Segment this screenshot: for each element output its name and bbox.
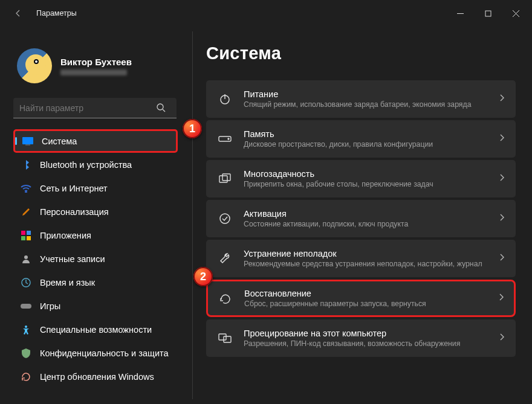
game-icon — [21, 301, 31, 312]
nav-label: Bluetooth и устройства — [40, 160, 132, 170]
nav-label: Игры — [40, 301, 60, 311]
nav-item-network[interactable]: Сеть и Интернет — [13, 176, 178, 200]
search-box[interactable] — [13, 98, 185, 118]
nav-label: Конфиденциальность и защита — [40, 348, 169, 358]
nav-item-time-language[interactable]: Время и язык — [13, 271, 178, 294]
chevron-right-icon — [499, 173, 505, 184]
profile-email-redacted — [60, 69, 127, 75]
sidebar: Виктор Бухтеев Система Bluetooth и устро… — [0, 27, 192, 404]
chevron-right-icon — [499, 94, 505, 104]
nav-item-apps[interactable]: Приложения — [13, 223, 178, 247]
window-title: Параметры — [36, 9, 77, 18]
svg-rect-1 — [485, 11, 491, 16]
window-controls — [446, 4, 530, 23]
titlebar: Параметры — [0, 0, 532, 27]
profile-name: Виктор Бухтеев — [60, 57, 132, 67]
card-troubleshoot[interactable]: Устранение неполадок Рекомендуемые средс… — [206, 240, 516, 277]
card-projecting[interactable]: Проецирование на этот компьютер Разрешен… — [206, 319, 516, 357]
maximize-icon — [485, 10, 491, 17]
wifi-icon — [21, 183, 31, 194]
nav-item-gaming[interactable]: Игры — [13, 294, 178, 318]
svg-point-13 — [24, 255, 28, 259]
svg-rect-21 — [219, 176, 227, 182]
nav-item-accounts[interactable]: Учетные записи — [13, 247, 178, 271]
person-icon — [21, 254, 31, 265]
nav-item-privacy[interactable]: Конфиденциальность и защита — [13, 341, 178, 365]
nav-label: Персонализация — [40, 207, 109, 217]
recovery-icon — [218, 290, 233, 306]
arrow-left-icon — [13, 8, 23, 18]
svg-rect-24 — [219, 334, 226, 340]
card-desc: Разрешения, ПИН-код связывания, возможно… — [244, 339, 488, 348]
svg-rect-11 — [21, 236, 25, 240]
svg-rect-7 — [25, 144, 30, 146]
card-title: Проецирование на этот компьютер — [244, 329, 488, 338]
nav-label: Система — [42, 136, 77, 146]
back-button[interactable] — [7, 2, 29, 24]
nav-item-windows-update[interactable]: Центр обновления Windows — [13, 365, 178, 388]
apps-icon — [21, 230, 31, 241]
annotation-badge-2: 2 — [193, 267, 213, 286]
profile-block[interactable]: Виктор Бухтеев — [17, 48, 185, 83]
accessibility-icon — [21, 324, 31, 335]
card-desc: Прикрепить окна, рабочие столы, переключ… — [244, 180, 488, 188]
shield-icon — [21, 348, 31, 359]
nav-item-personalization[interactable]: Персонализация — [13, 200, 178, 223]
annotation-badge-1: 1 — [183, 119, 202, 138]
update-icon — [21, 371, 31, 382]
brush-icon — [21, 207, 31, 217]
chevron-right-icon — [499, 133, 505, 144]
card-power[interactable]: Питание Спящий режим, использование заря… — [206, 80, 516, 118]
maximize-button[interactable] — [474, 4, 502, 23]
nav-item-system[interactable]: Система — [13, 129, 178, 153]
storage-icon — [217, 131, 233, 147]
nav-label: Специальные возможности — [40, 325, 152, 335]
card-desc: Рекомендуемые средства устранения непола… — [244, 260, 488, 268]
card-title: Память — [244, 129, 488, 139]
chevron-right-icon — [499, 213, 505, 224]
main-pane: Система Питание Спящий режим, использова… — [193, 27, 532, 404]
svg-point-16 — [25, 325, 27, 328]
svg-point-23 — [220, 214, 230, 223]
svg-rect-15 — [21, 304, 31, 309]
nav-label: Учетные записи — [40, 254, 105, 264]
nav-label: Время и язык — [40, 278, 95, 287]
card-activation[interactable]: Активация Состояние активации, подписки,… — [206, 200, 516, 237]
page-title: Система — [206, 43, 530, 63]
settings-cards: Питание Спящий режим, использование заря… — [206, 80, 530, 357]
monitor-icon — [22, 136, 33, 147]
card-desc: Состояние активации, подписки, ключ прод… — [244, 220, 488, 228]
minimize-button[interactable] — [446, 4, 474, 23]
project-icon — [217, 330, 233, 346]
svg-rect-9 — [21, 231, 25, 235]
minimize-icon — [457, 10, 464, 17]
svg-rect-22 — [222, 174, 230, 181]
card-multitasking[interactable]: Многозадачность Прикрепить окна, рабочие… — [206, 160, 516, 197]
nav-label: Приложения — [40, 231, 91, 240]
chevron-right-icon — [499, 253, 505, 264]
card-title: Активация — [244, 209, 488, 219]
svg-point-8 — [25, 191, 27, 193]
close-button[interactable] — [502, 4, 530, 23]
close-icon — [513, 10, 519, 17]
search-input[interactable] — [13, 98, 177, 118]
wrench-icon — [217, 251, 233, 266]
card-title: Устранение неполадок — [244, 249, 488, 258]
nav-label: Сеть и Интернет — [40, 184, 108, 193]
multitask-icon — [217, 171, 233, 187]
svg-point-20 — [228, 138, 229, 139]
nav-item-accessibility[interactable]: Специальные возможности — [13, 318, 178, 341]
card-recovery[interactable]: Восстановление Сброс, расширенные параме… — [206, 280, 516, 317]
svg-rect-12 — [27, 236, 31, 240]
card-desc: Спящий режим, использование заряда батар… — [244, 100, 488, 109]
card-title: Многозадачность — [244, 169, 488, 179]
nav-list: Система Bluetooth и устройства Сеть и Ин… — [13, 129, 185, 388]
power-icon — [217, 91, 233, 107]
svg-rect-25 — [224, 336, 231, 342]
nav-label: Центр обновления Windows — [40, 372, 154, 382]
chevron-right-icon — [498, 293, 504, 304]
card-title: Восстановление — [244, 289, 487, 298]
nav-item-bluetooth[interactable]: Bluetooth и устройства — [13, 153, 178, 176]
card-storage[interactable]: Память Дисковое пространство, диски, пра… — [206, 120, 516, 158]
card-desc: Сброс, расширенные параметры запуска, ве… — [244, 300, 487, 308]
